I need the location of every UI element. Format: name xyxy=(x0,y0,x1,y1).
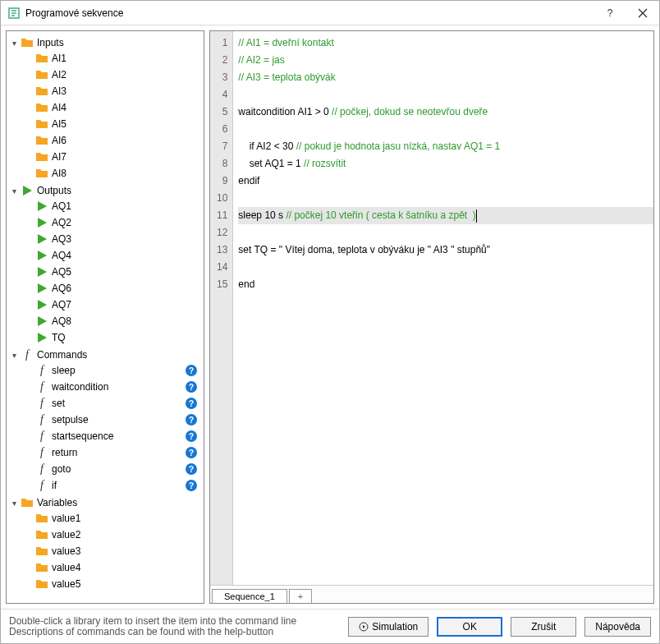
tree-group-label: Commands xyxy=(37,349,87,361)
play-icon xyxy=(35,298,48,311)
play-icon xyxy=(35,315,48,328)
tree-item-label: AI3 xyxy=(52,85,66,97)
simulation-button[interactable]: Simulation xyxy=(348,617,429,637)
code-line[interactable]: set AQ1 = 1 // rozsvítit xyxy=(238,155,653,172)
tree-item[interactable]: AQ8 xyxy=(34,314,202,329)
tree-item[interactable]: AI6 xyxy=(34,133,202,148)
tree-item[interactable]: AI5 xyxy=(34,117,202,131)
help-icon[interactable]: ? xyxy=(186,480,197,491)
code-line[interactable]: // AI1 = dveřní kontakt xyxy=(238,34,653,52)
code-line[interactable] xyxy=(238,224,653,242)
code-line[interactable]: endif xyxy=(238,172,653,190)
tree-item[interactable]: AQ3 xyxy=(34,232,202,246)
tree-item[interactable]: AI4 xyxy=(34,100,202,115)
help-titlebar-button[interactable]: ? xyxy=(594,2,626,25)
code-body[interactable]: // AI1 = dveřní kontakt// AI2 = jas// AI… xyxy=(233,31,653,585)
line-gutter: 123456789101112131415 xyxy=(210,31,233,585)
tree-item-label: AI4 xyxy=(52,102,66,113)
code-line[interactable] xyxy=(238,190,653,207)
code-line[interactable]: // AI3 = teplota obývák xyxy=(238,69,653,86)
close-button[interactable] xyxy=(626,2,659,25)
tree-item[interactable]: AQ5 xyxy=(34,264,202,279)
code-line[interactable] xyxy=(238,86,653,104)
tree-item[interactable]: value3 xyxy=(34,544,202,559)
tree-item[interactable]: AQ7 xyxy=(34,297,202,312)
tree-item-label: AI2 xyxy=(52,69,66,80)
tree-item-label: waitcondition xyxy=(52,381,108,393)
code-line[interactable] xyxy=(238,259,653,276)
tree-group[interactable]: ▾Outputs xyxy=(8,183,202,198)
tree-item[interactable]: AI8 xyxy=(34,166,202,181)
tab-add[interactable]: + xyxy=(289,589,312,603)
help-icon[interactable]: ? xyxy=(186,414,197,426)
tree-item[interactable]: fwaitcondition? xyxy=(34,380,202,394)
ok-button[interactable]: OK xyxy=(437,617,502,637)
tree-item-label: AQ7 xyxy=(52,299,71,310)
chevron-down-icon[interactable]: ▾ xyxy=(8,499,20,508)
play-icon xyxy=(35,265,48,278)
tree-item[interactable]: AI3 xyxy=(34,84,202,99)
tab-sequence-1[interactable]: Sequence_1 xyxy=(212,589,287,603)
code-line[interactable]: waitcondition AI1 > 0 // počkej, dokud s… xyxy=(238,104,653,121)
tree-item[interactable]: value1 xyxy=(34,511,202,526)
tree-item[interactable]: fstartsequence? xyxy=(34,429,202,444)
tree-item[interactable]: AQ6 xyxy=(34,281,202,296)
help-icon[interactable]: ? xyxy=(186,463,197,475)
tree-item[interactable]: TQ xyxy=(34,330,202,345)
code-line[interactable] xyxy=(238,121,653,138)
tree-item[interactable]: fgoto? xyxy=(34,462,202,476)
tree-item[interactable]: AI7 xyxy=(34,150,202,164)
help-button[interactable]: Nápověda xyxy=(584,617,651,637)
tree-item[interactable]: AQ1 xyxy=(34,199,202,214)
tree-item[interactable]: fif? xyxy=(34,478,202,493)
tree-item[interactable]: freturn? xyxy=(34,445,202,460)
play-icon xyxy=(35,216,48,229)
code-line[interactable]: set TQ = " Vítej doma, teplota v obýváku… xyxy=(238,242,653,259)
code-editor[interactable]: 123456789101112131415 // AI1 = dveřní ko… xyxy=(210,31,653,585)
tree-group[interactable]: ▾Inputs xyxy=(8,35,202,50)
help-icon[interactable]: ? xyxy=(186,398,197,409)
function-icon: f xyxy=(35,413,48,426)
chevron-down-icon[interactable]: ▾ xyxy=(8,39,20,48)
folder-icon xyxy=(35,117,48,131)
tree-item[interactable]: AI2 xyxy=(34,67,202,82)
tree-item[interactable]: fsetpulse? xyxy=(34,412,202,427)
tree-item-label: AQ6 xyxy=(52,283,71,294)
folder-icon xyxy=(35,150,48,163)
help-icon[interactable]: ? xyxy=(186,447,197,458)
function-icon: f xyxy=(35,446,48,459)
tree-item[interactable]: value5 xyxy=(34,577,202,591)
tree-item-label: AQ5 xyxy=(52,266,71,278)
code-line[interactable]: // AI2 = jas xyxy=(238,52,653,69)
code-line[interactable]: sleep 10 s // počkej 10 vteřin ( cesta k… xyxy=(238,207,653,224)
tree-item-label: value1 xyxy=(52,513,80,524)
play-circle-icon xyxy=(359,622,369,632)
help-icon[interactable]: ? xyxy=(186,381,197,393)
help-icon[interactable]: ? xyxy=(186,365,197,376)
chevron-down-icon[interactable]: ▾ xyxy=(8,186,20,196)
tree-item[interactable]: fset? xyxy=(34,396,202,411)
tree-group[interactable]: ▾Variables xyxy=(8,495,202,510)
chevron-down-icon[interactable]: ▾ xyxy=(8,351,20,360)
code-line[interactable]: end xyxy=(238,276,653,293)
tree-item[interactable]: AQ2 xyxy=(34,215,202,230)
folder-icon xyxy=(35,134,48,147)
library-tree[interactable]: ▾InputsAI1AI2AI3AI4AI5AI6AI7AI8▾OutputsA… xyxy=(6,30,204,604)
tree-item[interactable]: fsleep? xyxy=(34,363,202,378)
tree-item-label: goto xyxy=(52,463,71,475)
tree-group[interactable]: ▾fCommands xyxy=(8,347,202,362)
tree-item[interactable]: value4 xyxy=(34,560,202,575)
folder-icon xyxy=(35,545,48,558)
tree-group-label: Inputs xyxy=(37,37,64,48)
play-icon xyxy=(35,249,48,262)
tree-item-label: if xyxy=(52,480,57,491)
cancel-button[interactable]: Zrušit xyxy=(511,617,576,637)
tree-item-label: startsequence xyxy=(52,430,113,442)
code-line[interactable]: if AI2 < 30 // pokud je hodnota jasu níz… xyxy=(238,138,653,155)
tree-item-label: AQ2 xyxy=(52,217,71,228)
tree-item[interactable]: value2 xyxy=(34,527,202,542)
help-icon[interactable]: ? xyxy=(186,430,197,442)
tree-item[interactable]: AI1 xyxy=(34,51,202,66)
folder-icon xyxy=(21,496,34,509)
tree-item[interactable]: AQ4 xyxy=(34,248,202,263)
